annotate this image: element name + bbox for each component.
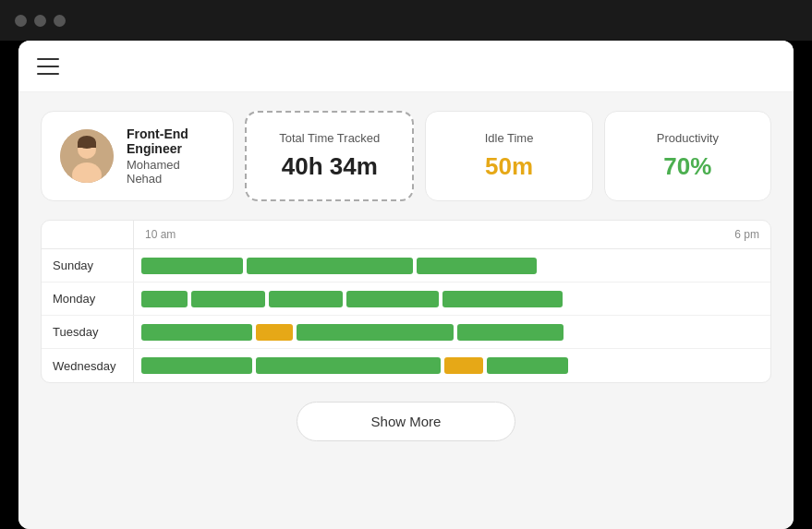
idle-time-value: 50m bbox=[485, 152, 533, 181]
bars-monday bbox=[134, 283, 770, 315]
timeline-row-tuesday: Tuesday bbox=[42, 316, 770, 349]
show-more-button[interactable]: Show More bbox=[297, 402, 516, 441]
total-time-label: Total Time Tracked bbox=[279, 131, 380, 145]
bar bbox=[141, 324, 252, 341]
timeline-header: 10 am 6 pm bbox=[42, 221, 770, 249]
day-label-wednesday: Wednesday bbox=[42, 349, 134, 382]
stats-row: Front-End Engineer Mohamed Nehad Total T… bbox=[41, 111, 771, 201]
window-chrome bbox=[0, 0, 812, 41]
bar bbox=[457, 324, 564, 341]
timeline-row-monday: Monday bbox=[42, 283, 770, 316]
timeline-container: 10 am 6 pm Sunday Monday bbox=[41, 220, 771, 383]
day-label-tuesday: Tuesday bbox=[42, 316, 134, 348]
idle-time-card[interactable]: Idle Time 50m bbox=[425, 111, 592, 201]
profile-role: Front-End Engineer bbox=[127, 126, 214, 156]
app-container: Front-End Engineer Mohamed Nehad Total T… bbox=[18, 41, 794, 529]
timeline-start-label: 10 am bbox=[145, 228, 176, 241]
show-more-container: Show More bbox=[41, 402, 771, 441]
bar bbox=[487, 357, 568, 374]
productivity-value: 70% bbox=[663, 152, 711, 181]
traffic-light-maximize[interactable] bbox=[54, 15, 66, 27]
idle-time-label: Idle Time bbox=[485, 131, 534, 145]
traffic-light-minimize[interactable] bbox=[34, 15, 46, 27]
bar bbox=[346, 291, 439, 307]
profile-card: Front-End Engineer Mohamed Nehad bbox=[41, 111, 234, 201]
timeline-hours: 10 am 6 pm bbox=[134, 221, 770, 248]
bar bbox=[297, 324, 454, 341]
productivity-card[interactable]: Productivity 70% bbox=[604, 111, 771, 201]
bar-yellow bbox=[444, 357, 483, 374]
bar bbox=[141, 258, 243, 274]
timeline-end-label: 6 pm bbox=[734, 228, 759, 241]
svg-rect-4 bbox=[78, 142, 96, 148]
content-area: Front-End Engineer Mohamed Nehad Total T… bbox=[18, 92, 794, 529]
total-time-card[interactable]: Total Time Tracked 40h 34m bbox=[245, 111, 414, 201]
bar bbox=[269, 291, 343, 307]
bar bbox=[442, 291, 563, 307]
bar-yellow bbox=[256, 324, 293, 341]
profile-name: Mohamed Nehad bbox=[127, 158, 214, 186]
bars-tuesday bbox=[134, 316, 770, 348]
bars-sunday bbox=[134, 249, 770, 282]
bar bbox=[417, 258, 537, 274]
bar bbox=[141, 357, 252, 374]
timeline-header-empty bbox=[42, 221, 134, 248]
bar bbox=[256, 357, 441, 374]
profile-info: Front-End Engineer Mohamed Nehad bbox=[127, 126, 214, 186]
bars-wednesday bbox=[134, 349, 770, 382]
traffic-light-close[interactable] bbox=[15, 15, 27, 27]
day-label-sunday: Sunday bbox=[42, 249, 134, 282]
day-label-monday: Monday bbox=[42, 283, 134, 315]
avatar bbox=[60, 129, 114, 183]
timeline-row-sunday: Sunday bbox=[42, 249, 770, 283]
productivity-label: Productivity bbox=[657, 131, 719, 145]
bar bbox=[191, 291, 265, 307]
timeline-row-wednesday: Wednesday bbox=[42, 349, 770, 382]
bar bbox=[141, 291, 188, 307]
bar bbox=[247, 258, 413, 274]
hamburger-menu-icon[interactable] bbox=[37, 58, 59, 75]
navbar bbox=[18, 41, 794, 92]
total-time-value: 40h 34m bbox=[282, 152, 378, 181]
